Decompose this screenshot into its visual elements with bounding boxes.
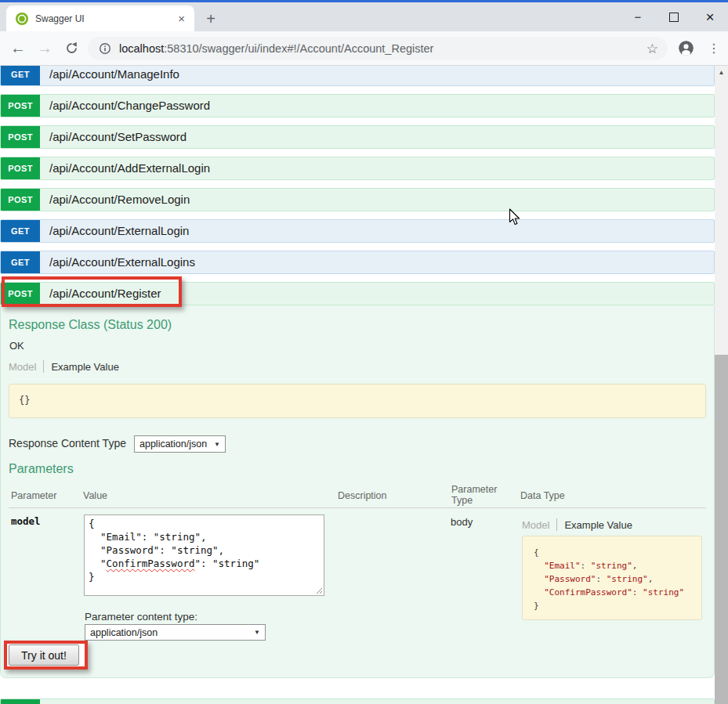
response-description: OK: [9, 340, 24, 352]
parameter-type-value: body: [451, 516, 473, 528]
col-header-parameter-type: Parameter Type: [451, 484, 500, 506]
col-header-data-type: Data Type: [520, 490, 565, 501]
browser-titlebar: Swagger UI × + − ×: [0, 0, 728, 31]
address-bar[interactable]: localhost:58310/swagger/ui/index#!/Accou…: [88, 37, 668, 60]
parameter-value-json: { "Email": "string", "Password": "string…: [89, 517, 320, 583]
parameter-value-textarea[interactable]: { "Email": "string", "Password": "string…: [84, 514, 324, 596]
response-tabs: Model Example Value: [9, 360, 119, 373]
method-badge: GET: [1, 251, 40, 273]
new-tab-button[interactable]: +: [201, 9, 221, 29]
endpoint-row[interactable]: GET/api/Account/ManageInfo: [0, 66, 715, 86]
bookmark-star-icon[interactable]: ☆: [647, 41, 658, 57]
method-badge: POST: [1, 95, 40, 117]
parameter-content-type-label: Parameter content type:: [85, 611, 197, 623]
tab-example-value[interactable]: Example Value: [564, 519, 632, 531]
response-content-type-select[interactable]: application/json ▼: [134, 435, 226, 453]
method-badge: POST: [1, 189, 40, 211]
endpoint-path: [40, 699, 49, 704]
tab-model[interactable]: Model: [522, 519, 549, 531]
swagger-page: GET/api/Account/ManageInfoPOST/api/Accou…: [0, 66, 715, 704]
method-badge: POST: [1, 126, 40, 148]
scrollbar-up-arrow-icon[interactable]: ▲: [715, 66, 728, 78]
try-it-out-button[interactable]: Try it out!: [9, 644, 79, 666]
tab-example-value[interactable]: Example Value: [51, 361, 118, 373]
endpoint-path[interactable]: /api/Account/ChangePassword: [40, 95, 210, 117]
window-minimize-button[interactable]: −: [620, 2, 656, 31]
tab-divider: [556, 518, 557, 531]
browser-menu-button[interactable]: ⋮: [704, 31, 724, 65]
dropdown-arrow-icon: ▼: [254, 629, 260, 636]
browser-tab[interactable]: Swagger UI ×: [6, 5, 194, 31]
response-content-type-value: application/json: [139, 439, 207, 449]
highlight-box-register: [2, 276, 182, 307]
url-path: :58310/swagger/ui/index#!/Account/Accoun…: [164, 42, 433, 55]
page-scrollbar[interactable]: ▲: [715, 66, 728, 704]
reload-button[interactable]: [60, 31, 83, 65]
response-example-code: {}: [19, 395, 696, 406]
endpoint-row[interactable]: POST/api/Account/AddExternalLogin: [0, 157, 715, 180]
resize-grip-icon[interactable]: [316, 587, 323, 594]
scrollbar-thumb[interactable]: [715, 355, 728, 704]
endpoint-path[interactable]: /api/Account/ExternalLogins: [40, 251, 195, 273]
endpoint-path[interactable]: /api/Account/ManageInfo: [40, 66, 179, 85]
endpoint-row[interactable]: POST/api/Account/SetPassword: [0, 125, 715, 149]
col-header-parameter: Parameter: [11, 490, 56, 501]
profile-avatar[interactable]: [679, 41, 694, 56]
reload-icon: [65, 42, 78, 55]
method-badge: POST: [1, 699, 40, 704]
endpoint-row[interactable]: GET/api/Account/ExternalLogin: [0, 219, 715, 243]
back-button[interactable]: ←: [6, 31, 30, 65]
window-maximize-button[interactable]: [656, 2, 692, 31]
swagger-favicon-icon: [16, 13, 28, 25]
tab-model[interactable]: Model: [9, 361, 36, 373]
parameter-name: model: [11, 515, 41, 527]
endpoint-path[interactable]: /api/Account/ExternalLogin: [40, 220, 189, 242]
method-badge: POST: [1, 157, 40, 179]
endpoint-row-partial[interactable]: POST: [0, 699, 715, 704]
endpoint-row[interactable]: POST/api/Account/ChangePassword: [0, 94, 715, 117]
method-badge: GET: [1, 220, 40, 242]
window-close-button[interactable]: ×: [692, 2, 728, 31]
response-class-heading: Response Class (Status 200): [9, 318, 172, 332]
response-example-box: {}: [9, 384, 706, 418]
response-content-type-label: Response Content Type: [9, 437, 126, 449]
data-type-tabs: Model Example Value: [522, 518, 632, 531]
endpoint-row[interactable]: POST/api/Account/RemoveLogin: [0, 188, 715, 211]
url-text[interactable]: localhost:58310/swagger/ui/index#!/Accou…: [119, 42, 640, 55]
operation-panel: Response Class (Status 200) OK Model Exa…: [0, 305, 715, 678]
endpoint-row[interactable]: GET/api/Account/ExternalLogins: [0, 251, 715, 274]
parameters-heading: Parameters: [9, 462, 74, 476]
parameter-content-type-value: application/json: [90, 627, 158, 638]
profile-icon: [679, 41, 694, 56]
endpoint-list: GET/api/Account/ManageInfoPOST/api/Accou…: [0, 66, 715, 274]
tab-title: Swagger UI: [35, 13, 178, 24]
col-header-description: Description: [338, 490, 387, 501]
table-header-divider: [9, 507, 706, 508]
dropdown-arrow-icon: ▼: [214, 441, 220, 448]
endpoint-path[interactable]: /api/Account/SetPassword: [40, 126, 187, 148]
url-host: localhost: [119, 42, 164, 55]
tab-divider: [43, 360, 44, 373]
forward-button: →: [33, 31, 56, 65]
tab-close-icon[interactable]: ×: [178, 13, 185, 24]
parameter-content-type-select[interactable]: application/json ▼: [85, 624, 266, 641]
endpoint-path[interactable]: /api/Account/AddExternalLogin: [40, 157, 210, 179]
page-info-icon[interactable]: [99, 42, 111, 55]
col-header-value: Value: [83, 490, 107, 501]
mouse-cursor-icon: [509, 208, 520, 226]
data-type-example-box[interactable]: { "Email": "string", "Password": "string…: [522, 536, 702, 620]
maximize-icon: [669, 13, 679, 22]
endpoint-path[interactable]: /api/Account/RemoveLogin: [40, 189, 190, 211]
browser-toolbar: ← → localhost:58310/swagger/ui/index#!/A…: [0, 31, 728, 66]
method-badge: GET: [1, 66, 40, 85]
